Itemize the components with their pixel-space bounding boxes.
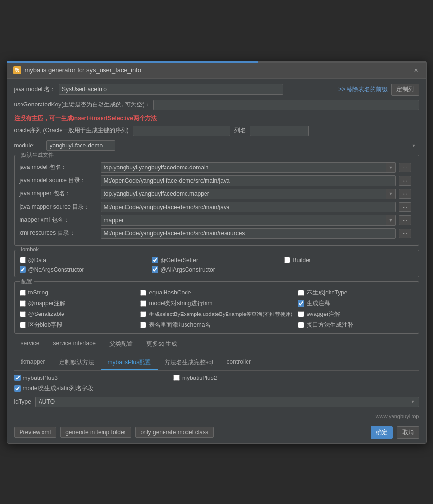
custom-col-button[interactable]: 定制列 — [391, 84, 419, 96]
config-schema-checkbox[interactable] — [140, 322, 146, 328]
idtype-label: idType — [14, 399, 31, 405]
title-bar-left: 杨 mybatis generator for sys_user_face_in… — [13, 66, 141, 74]
mapper-xml-pkg-dots-btn[interactable]: ··· — [399, 215, 411, 225]
config-mapper-checkbox[interactable] — [20, 300, 26, 307]
java-mapper-pkg-input[interactable] — [101, 189, 386, 199]
java-mapper-pkg-label: java mapper 包名： — [20, 189, 98, 198]
bottom-bar: Preview xml generate in temp folder only… — [7, 421, 426, 443]
mybatisplus3-row: mybatisPlus3 — [14, 375, 58, 381]
idtype-select[interactable]: AUTO NONE INPUT ASSIGN_ID ASSIGN_UUID — [35, 397, 419, 407]
dialog-body: java model 名： >> 移除表名的前缀 定制列 useGenerate… — [7, 79, 426, 412]
mapper-xml-pkg-label: mapper xml 包名： — [20, 216, 98, 224]
close-button[interactable]: × — [412, 66, 420, 74]
lombok-allargs-row: @AllArgsConstructor — [152, 266, 282, 273]
lombok-noargs-checkbox[interactable] — [20, 266, 26, 273]
config-equalhash-checkbox[interactable] — [140, 290, 146, 296]
lombok-getter-checkbox[interactable] — [152, 257, 158, 263]
config-serial-label: @Serializable — [28, 311, 64, 317]
lombok-builder-checkbox[interactable] — [284, 257, 290, 263]
main-dialog: 杨 mybatis generator for sys_user_face_in… — [7, 61, 427, 444]
mybatisplus2-checkbox[interactable] — [173, 375, 180, 381]
lombok-allargs-checkbox[interactable] — [152, 266, 158, 273]
mapper-xml-pkg-input[interactable] — [101, 215, 386, 226]
java-model-pkg-dropdown-btn[interactable]: ▼ — [386, 162, 396, 173]
config-tostring-row: toString — [20, 289, 136, 296]
use-generated-key-input[interactable] — [153, 100, 419, 110]
config-blob-checkbox[interactable] — [20, 322, 26, 328]
model-static-label: model类生成static列名字段 — [23, 384, 94, 393]
remove-prefix-link[interactable]: >> 移除表名的前缀 — [338, 85, 388, 94]
java-mapper-pkg-dropdown-btn[interactable]: ▼ — [386, 189, 396, 199]
oracle-input[interactable] — [133, 126, 230, 136]
java-mapper-src-input[interactable] — [101, 202, 396, 212]
config-serial-row: @Serializable — [20, 311, 136, 317]
default-files-content: java model 包名： ▼ ··· java model source 目… — [15, 155, 419, 245]
java-model-pkg-input[interactable] — [101, 162, 386, 173]
java-mapper-pkg-dots-btn[interactable]: ··· — [399, 189, 411, 199]
config-nojdbc-checkbox[interactable] — [298, 290, 304, 296]
idtype-select-wrapper: AUTO NONE INPUT ASSIGN_ID ASSIGN_UUID — [35, 397, 419, 407]
java-model-src-input[interactable] — [101, 175, 396, 186]
config-grid: toString equalHashCode 不生成jdbcType @mapp… — [20, 289, 414, 329]
config-comment-checkbox[interactable] — [298, 300, 304, 307]
java-model-src-label: java model source 目录： — [20, 176, 98, 185]
config-swagger-row: swagger注解 — [298, 310, 414, 318]
warning-message: 注没有主匹，可一生成insert+insertSelective两个方法 — [14, 114, 419, 123]
tab-parent-config[interactable]: 父类配置 — [103, 337, 140, 352]
app-icon: 杨 — [13, 66, 21, 74]
mybatisplus3-label: mybatisPlus3 — [23, 375, 58, 381]
cancel-button[interactable]: 取消 — [397, 426, 419, 439]
tab-mybatis-plus[interactable]: mybatisPlus配置 — [101, 356, 158, 370]
col-label: 列名 — [234, 126, 246, 135]
config-trim-checkbox[interactable] — [140, 300, 146, 307]
xml-resources-label: xml resources 目录： — [20, 229, 98, 237]
lombok-grid: @Data @GetterSetter Builder @NoArgsConst… — [20, 257, 414, 273]
xml-resources-input[interactable] — [101, 228, 396, 239]
only-model-button[interactable]: only generate model class — [135, 427, 214, 438]
java-model-src-dots-btn[interactable]: ··· — [399, 176, 411, 186]
module-label: module: — [14, 142, 43, 149]
config-example-checkbox[interactable] — [140, 311, 146, 317]
config-schema-row: 表名里面添加schema名 — [140, 321, 292, 329]
watermark: www.yangbuyi.top — [7, 412, 426, 421]
mapper-xml-pkg-input-wrapper: ▼ — [101, 215, 396, 226]
tab-service[interactable]: service — [14, 337, 46, 352]
default-files-legend: 默认生成文件 — [20, 151, 56, 159]
config-swagger-checkbox[interactable] — [298, 311, 304, 317]
tab-more-sql[interactable]: 更多sql生成 — [140, 337, 184, 352]
mapper-xml-pkg-row: mapper xml 包名： ▼ ··· — [20, 215, 414, 226]
preview-xml-button[interactable]: Preview xml — [14, 427, 57, 438]
config-serial-checkbox[interactable] — [20, 311, 26, 317]
config-legend: 配置 — [20, 278, 34, 285]
mapper-xml-pkg-dropdown-btn[interactable]: ▼ — [386, 215, 396, 226]
java-model-input[interactable] — [59, 84, 283, 95]
java-mapper-src-dots-btn[interactable]: ··· — [399, 202, 411, 212]
module-select[interactable]: yangbuyi-face-demo — [46, 140, 115, 151]
bottom-left: Preview xml generate in temp folder only… — [14, 427, 214, 438]
java-mapper-src-row: java mapper source 目录： ··· — [20, 202, 414, 212]
tab-service-interface[interactable]: service interface — [46, 337, 103, 352]
xml-resources-dots-btn[interactable]: ··· — [399, 229, 411, 238]
module-select-wrapper: yangbuyi-face-demo — [46, 140, 419, 151]
config-tostring-checkbox[interactable] — [20, 290, 26, 296]
tab-controller[interactable]: controller — [220, 356, 258, 370]
confirm-button[interactable]: 确定 — [371, 426, 393, 439]
config-schema-label: 表名里面添加schema名 — [149, 321, 210, 329]
generate-temp-button[interactable]: generate in temp folder — [60, 427, 131, 438]
dialog-title: mybatis generator for sys_user_face_info — [25, 66, 141, 74]
mybatisplus3-checkbox[interactable] — [14, 375, 21, 381]
tab-tkmapper[interactable]: tkmapper — [14, 356, 52, 370]
model-static-checkbox[interactable] — [14, 385, 21, 392]
col-input[interactable] — [250, 126, 309, 136]
lombok-data-label: @Data — [28, 257, 47, 264]
java-model-pkg-dots-btn[interactable]: ··· — [399, 163, 411, 172]
config-trim-label: model类对string进行trim — [149, 299, 212, 308]
config-mapper-row: @mapper注解 — [20, 299, 136, 308]
default-files-section: 默认生成文件 java model 包名： ▼ ··· java model s… — [14, 155, 419, 246]
lombok-data-checkbox[interactable] — [20, 257, 26, 263]
config-interface-comment-checkbox[interactable] — [298, 322, 304, 328]
lombok-section: lombok @Data @GetterSetter Builder — [14, 250, 419, 277]
tab-method-sql[interactable]: 方法名生成完整sql — [158, 356, 220, 370]
module-row: module: yangbuyi-face-demo — [14, 140, 419, 151]
tab-custom-method[interactable]: 定制默认方法 — [52, 356, 101, 370]
